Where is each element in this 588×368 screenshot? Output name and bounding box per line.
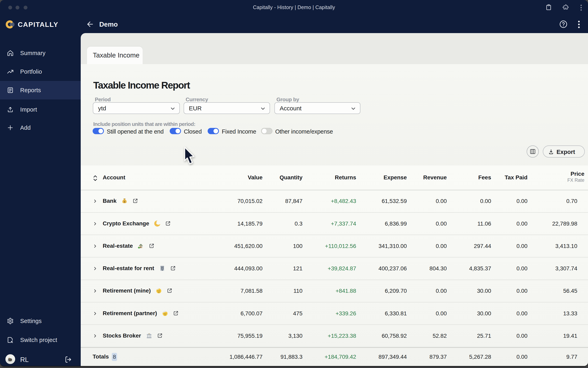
svg-text:$: $	[124, 200, 126, 203]
